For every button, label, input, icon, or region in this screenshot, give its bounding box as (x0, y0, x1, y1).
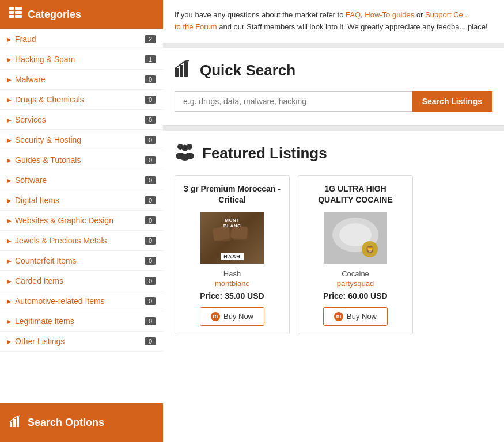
bar-chart-icon-footer (9, 415, 22, 430)
arrow-icon-services: ▶ (7, 117, 12, 123)
sidebar-item-software[interactable]: ▶Software0 (0, 170, 163, 190)
sidebar-header: Categories (0, 0, 163, 29)
listing-1-vendor: montblanc (183, 279, 281, 288)
category-badge-automotive-related: 0 (145, 297, 156, 305)
sidebar-item-counterfeit-items[interactable]: ▶Counterfeit Items0 (0, 251, 163, 271)
arrow-icon-other-listings: ▶ (7, 338, 12, 345)
listings-grid: 3 gr Premium Moroccan - Critical MONT BL… (175, 175, 492, 334)
listing-2-category: Cocaine (306, 269, 404, 278)
arrow-icon-carded-items: ▶ (7, 278, 12, 284)
arrow-icon-software: ▶ (7, 177, 12, 184)
svg-rect-11 (184, 62, 188, 77)
listing-1-hash-label: HASH (221, 253, 244, 260)
listing-1-buy-button[interactable]: m Buy Now (200, 307, 264, 326)
sidebar-item-label-fraud: Fraud (15, 35, 145, 44)
category-badge-other-listings: 0 (145, 337, 156, 345)
sidebar-item-label-security-hosting: Security & Hosting (15, 135, 145, 144)
arrow-icon-automotive-related: ▶ (7, 298, 12, 304)
featured-heading: Featured Listings (202, 144, 327, 162)
svg-rect-3 (15, 11, 22, 14)
category-badge-websites-graphic-design: 0 (145, 216, 156, 224)
support-link[interactable]: Support Ce... (425, 10, 469, 19)
sidebar-item-label-counterfeit-items: Counterfeit Items (15, 256, 145, 265)
search-input[interactable] (175, 91, 412, 112)
sidebar-item-legitimate-items[interactable]: ▶Legitimate Items0 (0, 311, 163, 332)
sidebar-item-label-software: Software (15, 176, 145, 185)
category-badge-hacking-spam: 1 (145, 55, 156, 63)
info-text-after: and our Staff members will look into it.… (217, 22, 488, 31)
arrow-icon-malware: ▶ (7, 77, 12, 83)
sidebar-item-automotive-related[interactable]: ▶Automotive-related Items0 (0, 291, 163, 311)
monero-icon-2: m (334, 312, 343, 321)
sidebar-item-services[interactable]: ▶Services0 (0, 110, 163, 130)
sidebar-item-malware[interactable]: ▶Malware0 (0, 70, 163, 90)
svg-rect-10 (180, 65, 183, 77)
sidebar-item-label-websites-graphic-design: Websites & Graphic Design (15, 216, 145, 225)
category-list: ▶Fraud2▶Hacking & Spam1▶Malware0▶Drugs &… (0, 29, 163, 403)
bar-chart-icon (175, 59, 193, 82)
arrow-icon-websites-graphic-design: ▶ (7, 218, 12, 224)
category-badge-software: 0 (145, 176, 156, 184)
sidebar-item-fraud[interactable]: ▶Fraud2 (0, 29, 163, 49)
main-content: If you have any questions about the mark… (163, 0, 504, 442)
listing-card-2: 1G ULTRA HIGH QUALITY COCAINE 🦁 Cocaine … (298, 175, 413, 334)
svg-point-18 (180, 154, 190, 161)
sidebar: Categories ▶Fraud2▶Hacking & Spam1▶Malwa… (0, 0, 163, 442)
category-badge-malware: 0 (145, 75, 156, 83)
listing-2-buy-button[interactable]: m Buy Now (323, 307, 388, 326)
quick-search-section: Quick Search Search Listings (163, 48, 504, 126)
sidebar-item-label-hacking-spam: Hacking & Spam (15, 55, 145, 64)
sidebar-item-hacking-spam[interactable]: ▶Hacking & Spam1 (0, 49, 163, 70)
arrow-icon-digital-items: ▶ (7, 197, 12, 204)
svg-rect-4 (9, 15, 14, 18)
sidebar-item-drugs-chemicals[interactable]: ▶Drugs & Chemicals0 (0, 90, 163, 110)
category-badge-guides-tutorials: 0 (145, 156, 156, 164)
svg-rect-0 (9, 7, 14, 10)
category-badge-digital-items: 0 (145, 196, 156, 204)
faq-link[interactable]: FAQ (346, 10, 361, 19)
arrow-icon-guides-tutorials: ▶ (7, 157, 12, 163)
svg-rect-7 (13, 419, 16, 427)
info-text-before: If you have any questions about the mark… (175, 10, 346, 19)
sidebar-item-guides-tutorials[interactable]: ▶Guides & Tutorials0 (0, 150, 163, 170)
info-banner: If you have any questions about the mark… (163, 0, 504, 43)
sidebar-item-other-listings[interactable]: ▶Other Listings0 (0, 332, 163, 352)
arrow-icon-legitimate-items: ▶ (7, 318, 12, 325)
arrow-icon-hacking-spam: ▶ (7, 56, 12, 63)
listing-card-1: 3 gr Premium Moroccan - Critical MONT BL… (175, 175, 290, 334)
svg-rect-6 (10, 422, 12, 427)
listing-2-image: 🦁 (324, 212, 387, 264)
listing-1-image: MONT BLANC HASH (200, 212, 264, 264)
grid-icon (9, 7, 22, 22)
search-options-button[interactable]: Search Options (0, 403, 163, 442)
sidebar-item-websites-graphic-design[interactable]: ▶Websites & Graphic Design0 (0, 211, 163, 231)
listing-1-brand: MONT BLANC (223, 218, 241, 230)
arrow-icon-jewels-precious-metals: ▶ (7, 238, 12, 244)
sidebar-item-carded-items[interactable]: ▶Carded Items0 (0, 271, 163, 291)
sidebar-item-label-malware: Malware (15, 75, 145, 84)
category-badge-carded-items: 0 (145, 277, 156, 285)
quick-search-title: Quick Search (175, 59, 492, 82)
sidebar-item-label-jewels-precious-metals: Jewels & Precious Metals (15, 236, 145, 245)
sidebar-item-label-guides-tutorials: Guides & Tutorials (15, 155, 145, 165)
sidebar-item-security-hosting[interactable]: ▶Security & Hosting0 (0, 130, 163, 150)
svg-rect-8 (17, 417, 19, 427)
sidebar-item-label-drugs-chemicals: Drugs & Chemicals (15, 95, 145, 104)
sidebar-item-jewels-precious-metals[interactable]: ▶Jewels & Precious Metals0 (0, 231, 163, 251)
sidebar-item-label-other-listings: Other Listings (15, 337, 145, 346)
sidebar-item-label-automotive-related: Automotive-related Items (15, 296, 145, 306)
category-badge-security-hosting: 0 (145, 136, 156, 144)
quick-search-heading: Quick Search (200, 62, 295, 79)
svg-rect-2 (9, 11, 14, 14)
listing-2-title: 1G ULTRA HIGH QUALITY COCAINE (306, 184, 404, 206)
search-listings-button[interactable]: Search Listings (412, 91, 492, 112)
sidebar-item-digital-items[interactable]: ▶Digital Items0 (0, 190, 163, 211)
sidebar-header-label: Categories (28, 9, 81, 21)
svg-point-15 (182, 144, 188, 151)
category-badge-services: 0 (145, 116, 156, 124)
howto-link[interactable]: How-To guides (365, 10, 414, 19)
category-badge-fraud: 2 (145, 35, 156, 43)
category-badge-counterfeit-items: 0 (145, 257, 156, 265)
sidebar-item-label-digital-items: Digital Items (15, 196, 145, 205)
forum-link[interactable]: to the Forum (175, 22, 217, 31)
